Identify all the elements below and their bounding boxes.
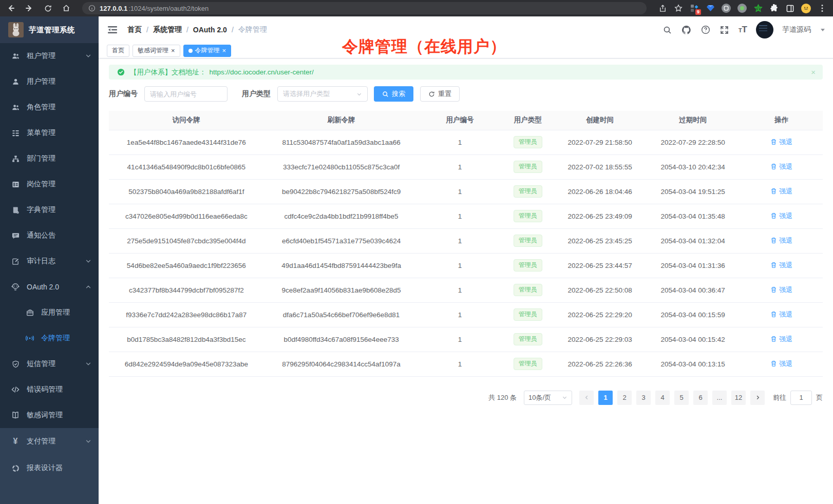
sidebar-item-yen[interactable]: ¥支付管理 <box>0 428 99 455</box>
expire-time-cell: 2054-03-04 00:36:47 <box>646 278 741 302</box>
extension-icon-recorder[interactable] <box>737 4 747 13</box>
font-size-icon[interactable]: TT <box>739 25 747 35</box>
created-time-cell: 2022-06-25 23:49:09 <box>555 204 646 228</box>
access-token-cell: c342377bf8b344799dcbf7bf095287f2 <box>109 278 264 302</box>
browser-menu-dots-icon[interactable] <box>818 4 827 13</box>
sidebar-item-book[interactable]: 敏感词管理 <box>0 402 99 428</box>
refresh-token-cell: 811c530487574fa0af1a59d3abc1aa66 <box>264 130 419 154</box>
access-token-cell: 41c41346a548490f9dc8b01c6bfe0865 <box>109 154 264 179</box>
user-type-badge: 管理员 <box>514 185 542 198</box>
search-icon[interactable] <box>662 25 673 35</box>
alert-close-icon[interactable]: × <box>811 68 816 76</box>
page-button-1[interactable]: 1 <box>598 391 613 405</box>
goto-label: 前往 <box>773 393 786 402</box>
expire-time-cell: 2054-03-04 01:32:04 <box>646 228 741 253</box>
extension-icon-green-star[interactable] <box>753 4 763 13</box>
sidebar-item-token[interactable]: 令牌管理 <box>0 325 99 351</box>
force-logout-button[interactable]: 强退 <box>770 211 792 221</box>
sidebar-item-notice[interactable]: 通知公告 <box>0 223 99 248</box>
refresh-token-cell: 49d1aa46d1454fbd87591444423be9fa <box>264 253 419 278</box>
tab-active-tag[interactable]: 令牌管理× <box>183 45 232 57</box>
user-type-badge: 管理员 <box>514 284 542 296</box>
extension-icon-gem[interactable] <box>706 4 715 13</box>
force-logout-button[interactable]: 强退 <box>770 285 792 295</box>
sidebar-item-robot[interactable]: OAuth 2.0 <box>0 274 99 300</box>
extension-icon-sidepanel[interactable] <box>785 4 794 13</box>
force-logout-button[interactable]: 强退 <box>770 310 792 319</box>
action-cell: 强退 <box>741 179 823 204</box>
force-logout-button[interactable]: 强退 <box>770 261 792 270</box>
forward-icon[interactable] <box>25 4 34 13</box>
search-button[interactable]: 搜索 <box>374 86 413 102</box>
user-name[interactable]: 芋道源码 <box>782 25 811 34</box>
home-icon[interactable] <box>62 4 71 13</box>
user-id-input[interactable] <box>144 86 228 102</box>
back-icon[interactable] <box>6 4 15 13</box>
github-icon[interactable] <box>681 25 692 35</box>
column-header: 操作 <box>741 111 823 130</box>
sidebar-item-code[interactable]: 错误码管理 <box>0 377 99 402</box>
sidebar-item-users[interactable]: 租户管理 <box>0 43 99 69</box>
sidebar-item-dict[interactable]: 字典管理 <box>0 197 99 223</box>
page-button-12[interactable]: 12 <box>731 391 746 405</box>
sidebar-item-app[interactable]: 应用管理 <box>0 300 99 325</box>
reload-icon[interactable] <box>43 4 52 13</box>
breadcrumb-item[interactable]: OAuth 2.0 <box>193 26 227 34</box>
breadcrumb-item[interactable]: 首页 <box>127 25 142 34</box>
extension-icon-shortcuts[interactable] <box>722 4 731 13</box>
user-id-cell: 1 <box>419 302 501 327</box>
site-info-icon[interactable] <box>88 5 96 12</box>
expire-time-cell: 2054-03-04 00:15:42 <box>646 327 741 352</box>
sidebar-item-shield[interactable]: 短信管理 <box>0 351 99 377</box>
force-logout-button[interactable]: 强退 <box>770 187 792 196</box>
refresh-token-cell: cdfc4ce9c2da4bb1bdf21b9918ff4be5 <box>264 204 419 228</box>
force-logout-button[interactable]: 强退 <box>770 359 792 369</box>
page-ellipsis[interactable]: ... <box>712 391 727 405</box>
page-size-select[interactable]: 10条/页 <box>524 391 572 405</box>
address-bar[interactable]: 127.0.0.1:1024/system/oauth2/token <box>82 2 647 14</box>
sidebar-item-log[interactable]: 审计日志 <box>0 248 99 274</box>
created-time-cell: 2022-06-26 18:04:46 <box>555 179 646 204</box>
tab-tag[interactable]: 首页 <box>107 45 129 57</box>
breadcrumb-item: 令牌管理 <box>238 25 267 34</box>
force-logout-button[interactable]: 强退 <box>770 236 792 245</box>
access-token-cell: 275e5de9151045fe87cbdc395e004f4d <box>109 228 264 253</box>
chevron-down-icon <box>85 361 91 367</box>
sidebar-item-tree[interactable]: 菜单管理 <box>0 120 99 146</box>
profile-avatar-emoji[interactable] <box>801 4 811 13</box>
user-type-select[interactable]: 请选择用户类型 <box>277 86 368 102</box>
sidebar-item-user[interactable]: 用户管理 <box>0 69 99 94</box>
fullscreen-icon[interactable] <box>720 25 730 35</box>
sidebar-item-org[interactable]: 部门管理 <box>0 146 99 171</box>
tab-close-icon[interactable]: × <box>222 47 226 54</box>
alert-doc-link[interactable]: https://doc.iocoder.cn/user-center/ <box>210 68 314 76</box>
reset-button[interactable]: 重置 <box>420 86 460 102</box>
collapse-sidebar-icon[interactable] <box>107 24 118 35</box>
page-button-2[interactable]: 2 <box>617 391 632 405</box>
page-button-5[interactable]: 5 <box>674 391 689 405</box>
force-logout-button[interactable]: 强退 <box>770 335 792 344</box>
tab-tag[interactable]: 敏感词管理× <box>132 45 180 57</box>
sidebar-item-roles[interactable]: 角色管理 <box>0 94 99 120</box>
force-logout-button[interactable]: 强退 <box>770 162 792 171</box>
page-button-6[interactable]: 6 <box>693 391 708 405</box>
page-button-3[interactable]: 3 <box>636 391 651 405</box>
help-icon[interactable] <box>701 25 711 35</box>
force-logout-button[interactable]: 强退 <box>770 138 792 147</box>
extension-icon-puzzle[interactable] <box>769 4 779 13</box>
user-id-cell: 1 <box>419 278 501 302</box>
tab-close-icon[interactable]: × <box>171 47 175 54</box>
next-page-button[interactable] <box>750 391 765 405</box>
user-avatar[interactable] <box>756 21 773 38</box>
prev-page-button[interactable] <box>579 391 594 405</box>
sidebar-item-design[interactable]: 报表设计器 <box>0 455 99 481</box>
sidebar-item-badge[interactable]: 岗位管理 <box>0 171 99 197</box>
bookmark-star-icon[interactable] <box>674 4 683 13</box>
page-button-4[interactable]: 4 <box>655 391 670 405</box>
breadcrumb-item[interactable]: 系统管理 <box>153 25 182 34</box>
app-logo[interactable]: 芋道管理系统 <box>0 16 99 43</box>
share-icon[interactable] <box>658 4 667 13</box>
extension-icon-tampermonkey[interactable]: 9 <box>690 4 699 13</box>
user-menu-caret-icon[interactable] <box>821 29 825 31</box>
goto-page-input[interactable] <box>790 391 812 405</box>
